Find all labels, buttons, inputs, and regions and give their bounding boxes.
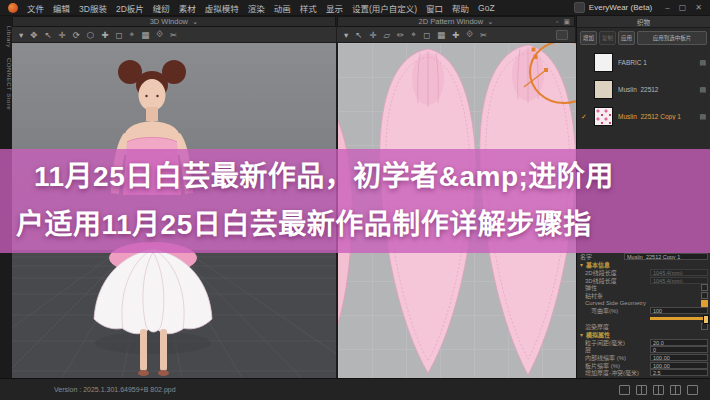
bonding-checkbox[interactable]	[701, 292, 708, 299]
layout-full-icon[interactable]	[687, 385, 698, 395]
fabric-swatch	[594, 107, 613, 126]
tool-icon-target[interactable]: ⌖	[129, 29, 134, 40]
layer-input[interactable]: 0	[650, 346, 708, 353]
tool-icon-grid[interactable]: ▦	[437, 30, 445, 40]
leg-left	[140, 329, 147, 371]
tool-icon-select[interactable]: ↖	[355, 30, 362, 40]
fabric-list-item[interactable]: Muslin_22512 ▤	[577, 76, 710, 103]
3d-toolbar: ▾ ✥ ↖ ✛ ⟳ ⬡ ✚ ◻ ⌖ ▦ ⟐ ✂	[12, 27, 336, 43]
face	[139, 79, 166, 111]
name-input[interactable]: Muslin_22512 Copy 1	[624, 253, 708, 260]
menu-bar: 文件 编辑 3D服装 2D板片 缝纫 素材 虚拟模特 渲染 动画 样式 显示 设…	[0, 0, 710, 16]
viewport-maximize-icon[interactable]: ▣	[563, 18, 570, 26]
layout-split2-icon[interactable]	[653, 385, 664, 395]
maximize-icon[interactable]: ▢	[679, 3, 687, 12]
leg-right	[160, 329, 167, 371]
tool-icon-mesh[interactable]: ⬡	[87, 30, 94, 40]
chevron-down-icon[interactable]: ⌄	[487, 17, 493, 26]
menu-sewing[interactable]: 缝纫	[153, 2, 170, 14]
banner-text-line2: 户适用11月25日白芸最新作品制作详解步骤指	[16, 201, 694, 249]
tool-icon-gizmo[interactable]: ⟐	[156, 29, 163, 40]
app-logo-icon	[8, 3, 18, 13]
window-layout-presets	[619, 385, 698, 395]
status-bar: Version : 2025.1.301.64959+B 802.ppd	[0, 378, 710, 400]
copy-fabric-button[interactable]: 复制	[599, 31, 616, 45]
menu-render[interactable]: 渲染	[248, 2, 265, 14]
curvature-slider[interactable]	[650, 317, 708, 320]
close-icon[interactable]: ✕	[695, 3, 702, 12]
menu-3d-garment[interactable]: 3D服装	[79, 2, 107, 14]
curved-side-geometry-checkbox[interactable]	[701, 300, 708, 307]
viewport-layout-icon[interactable]: ▫	[556, 18, 558, 26]
tool-icon-menu[interactable]: ▾	[19, 30, 23, 40]
check-icon: ✓	[581, 113, 589, 121]
internal-line-shrink-input[interactable]: 100.00	[650, 354, 708, 361]
banner-text-line1: 11月25日白芸最新作品，初学者&amp;进阶用	[16, 153, 694, 201]
2d-toolbar: ▾ ↖ ✛ ▱ ✏ ⌖ ◻ ▦ ✚ ⟐ ✂	[337, 27, 575, 43]
apply-fabric-button[interactable]: 应用	[618, 31, 635, 45]
tool-icon-gizmo[interactable]: ⟐	[466, 29, 473, 40]
menu-avatar[interactable]: 虚拟模特	[205, 2, 239, 14]
fabric-settings-icon[interactable]: ▤	[699, 113, 706, 121]
particle-distance-input[interactable]: 20.0	[650, 339, 708, 346]
elastic-checkbox[interactable]	[701, 284, 708, 291]
tool-icon-box[interactable]: ◻	[115, 30, 122, 40]
menu-animation[interactable]: 动画	[274, 2, 291, 14]
collision-thickness-input[interactable]: 2.5	[650, 369, 708, 376]
layout-split-icon[interactable]	[636, 385, 647, 395]
dress-skirt[interactable]	[94, 242, 212, 334]
tool-icon-move[interactable]: ✥	[30, 30, 37, 40]
version-text: Version : 2025.1.301.64959+B 802.ppd	[54, 386, 176, 393]
tool-icon-scissors[interactable]: ✂	[170, 30, 177, 40]
menu-help[interactable]: 帮助	[452, 2, 469, 14]
fabric-settings-icon[interactable]: ▤	[699, 59, 706, 67]
tool-icon-target[interactable]: ⌖	[411, 29, 416, 40]
avatar-shadow	[95, 332, 211, 354]
menu-settings[interactable]: 设置(用户自定义)	[352, 2, 417, 14]
menu-style[interactable]: 样式	[300, 2, 317, 14]
section-arrow-icon: ▾	[580, 331, 583, 338]
tool-icon-add[interactable]: ✚	[101, 30, 108, 40]
apply-to-selected-button[interactable]: 应用到选中板片	[637, 31, 707, 45]
property-editor: 名字 Muslin_22512 Copy 1 ▾ 基本信息 2D线段长度 104…	[577, 253, 710, 377]
fabric-list-item[interactable]: FABRIC 1 ▤	[577, 49, 710, 76]
menu-goz[interactable]: GoZ	[478, 3, 495, 13]
fabric-tab[interactable]: 织物	[577, 16, 710, 28]
garment-icon[interactable]	[556, 30, 568, 40]
tool-icon-pen[interactable]: ✏	[397, 30, 404, 40]
menu-2d-pattern[interactable]: 2D板片	[116, 2, 144, 14]
tool-icon-pin[interactable]: ✛	[59, 30, 66, 40]
curvature-input[interactable]: 100	[650, 307, 708, 314]
3d-window-titlebar[interactable]: 3D Window ⌄	[12, 16, 336, 27]
layout-single-icon[interactable]	[619, 385, 630, 395]
tool-icon-rotate[interactable]: ⟳	[73, 30, 80, 40]
connect-store-tab[interactable]: CONNECT Store	[0, 58, 12, 110]
menu-display[interactable]: 显示	[326, 2, 343, 14]
fabric-list-item-selected[interactable]: ✓ Muslin_22512 Copy 1 ▤	[577, 103, 710, 130]
tool-icon-move[interactable]: ✛	[369, 30, 376, 40]
fabric-buttons: 增加 复制 应用 应用到选中板片	[577, 28, 710, 47]
menu-edit[interactable]: 编辑	[53, 2, 70, 14]
pattern-shrink-input[interactable]: 100.00	[650, 362, 708, 369]
tool-icon-add[interactable]: ✚	[452, 30, 459, 40]
section-arrow-icon: ▾	[580, 261, 583, 268]
app-title: EveryWear (Beta)	[574, 2, 652, 13]
tool-icon-select[interactable]: ↖	[44, 30, 51, 40]
tool-icon-menu[interactable]: ▾	[344, 30, 348, 40]
minimize-icon[interactable]: –	[665, 3, 669, 12]
menu-material[interactable]: 素材	[179, 2, 196, 14]
layout-quad-icon[interactable]	[670, 385, 681, 395]
fabric-settings-icon[interactable]: ▤	[699, 86, 706, 94]
chevron-down-icon[interactable]: ⌄	[192, 17, 198, 26]
menu-window[interactable]: 窗口	[426, 2, 443, 14]
everywear-window: 文件 编辑 3D服装 2D板片 缝纫 素材 虚拟模特 渲染 动画 样式 显示 设…	[0, 0, 710, 400]
fabric-swatch	[594, 53, 613, 72]
tool-icon-box[interactable]: ◻	[423, 30, 430, 40]
add-fabric-button[interactable]: 增加	[580, 31, 597, 45]
tool-icon-scissors[interactable]: ✂	[480, 30, 487, 40]
tool-icon-polygon[interactable]: ▱	[384, 30, 391, 40]
2d-pattern-window-titlebar[interactable]: 2D Pattern Window ⌄ ▫ ▣	[337, 16, 575, 27]
tool-icon-grid[interactable]: ▦	[141, 30, 149, 40]
menu-file[interactable]: 文件	[27, 2, 44, 14]
library-tab[interactable]: Library	[0, 26, 12, 48]
